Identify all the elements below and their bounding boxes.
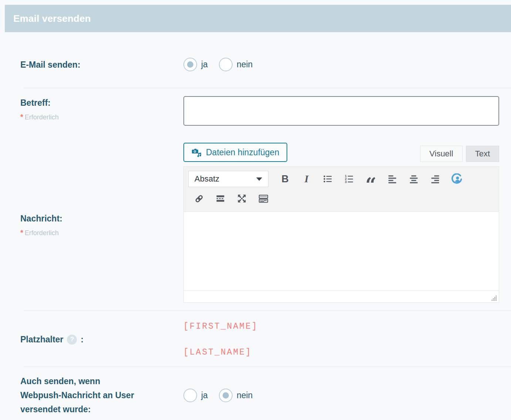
editor-content-area[interactable] <box>184 212 499 290</box>
nachricht-row: Nachricht: * Erforderlich <box>0 143 511 303</box>
align-center-button[interactable] <box>403 171 424 187</box>
webpush-row: Auch senden, wenn Webpush-Nachricht an U… <box>0 374 511 416</box>
editor-toolbar: Absatz B I <box>184 167 499 212</box>
numbered-list-button[interactable]: 1 2 3 <box>339 171 360 187</box>
add-media-label: Dateien hinzufügen <box>206 148 279 158</box>
required-text: Erforderlich <box>25 229 59 237</box>
editor-statusbar <box>184 290 499 302</box>
align-right-icon <box>430 174 440 184</box>
radio-circle-icon[interactable] <box>183 58 197 71</box>
format-select-value: Absatz <box>194 174 219 184</box>
blockquote-button[interactable]: “ <box>360 171 382 187</box>
required-asterisk-icon: * <box>20 113 23 121</box>
align-left-button[interactable] <box>382 171 403 187</box>
webpush-radio-nein[interactable]: nein <box>219 389 253 402</box>
fullscreen-icon <box>237 194 247 203</box>
bulleted-list-button[interactable] <box>317 171 339 187</box>
email-senden-radio-group: ja nein <box>183 58 499 71</box>
radio-circle-icon[interactable] <box>219 58 233 71</box>
bold-icon: B <box>281 173 289 185</box>
align-right-button[interactable] <box>424 171 446 187</box>
webpush-radio-group: ja nein <box>183 389 499 402</box>
keyboard-icon <box>258 194 268 204</box>
radio-label: nein <box>237 390 253 400</box>
help-icon[interactable]: ? <box>67 335 77 345</box>
read-more-icon <box>216 194 225 203</box>
member-button[interactable] <box>446 171 467 187</box>
chevron-down-icon <box>256 177 262 181</box>
radio-circle-icon[interactable] <box>219 389 233 402</box>
add-media-icon <box>192 148 202 158</box>
tab-text[interactable]: Text <box>466 146 499 162</box>
nachricht-label: Nachricht: <box>20 213 183 224</box>
betreff-input[interactable] <box>183 96 499 126</box>
betreff-row: Betreff: * Erforderlich <box>0 96 511 126</box>
radio-label: nein <box>237 60 253 70</box>
member-icon <box>451 173 462 184</box>
radio-dot-icon <box>187 61 193 68</box>
panel-header: Email versenden <box>5 5 511 32</box>
radio-dot-icon <box>223 392 229 399</box>
placeholder-first-name: [FIRST_NAME] <box>183 321 499 332</box>
radio-label: ja <box>201 60 208 70</box>
betreff-label: Betreff: <box>20 97 183 108</box>
section-divider <box>23 310 511 311</box>
betreff-required-note: * Erforderlich <box>20 113 183 121</box>
section-divider <box>23 88 511 88</box>
italic-icon: I <box>305 173 309 185</box>
webpush-label: Auch senden, wenn Webpush-Nachricht an U… <box>20 374 142 416</box>
insert-link-button[interactable] <box>188 190 210 207</box>
svg-text:3: 3 <box>345 180 347 184</box>
toolbar-row-2 <box>188 190 494 207</box>
editor-mode-tabs: Visuell Text <box>420 146 499 162</box>
link-icon <box>194 194 204 204</box>
rich-text-editor: Absatz B I <box>183 166 499 303</box>
resize-grip-icon[interactable] <box>491 295 497 301</box>
toolbar-row-1: Absatz B I <box>188 171 494 187</box>
italic-button[interactable]: I <box>296 171 317 187</box>
editor-media-row: Dateien hinzufügen Visuell Text <box>183 143 499 162</box>
email-senden-radio-ja[interactable]: ja <box>183 58 208 71</box>
align-left-icon <box>388 174 397 184</box>
tab-visuell[interactable]: Visuell <box>420 146 462 162</box>
paragraph-format-select[interactable]: Absatz <box>188 171 268 187</box>
fullscreen-button[interactable] <box>231 190 253 207</box>
panel-title: Email versenden <box>13 13 91 24</box>
read-more-button[interactable] <box>210 190 231 207</box>
platzhalter-label: Platzhalter <box>20 334 63 345</box>
email-versenden-panel: Email versenden E-Mail senden: ja nein B… <box>0 0 511 420</box>
platzhalter-row: Platzhalter ? : [FIRST_NAME] [LAST_NAME] <box>0 321 511 358</box>
bold-button[interactable]: B <box>274 171 296 187</box>
platzhalter-colon: : <box>81 334 84 345</box>
add-media-button[interactable]: Dateien hinzufügen <box>183 143 287 162</box>
numbered-list-icon: 1 2 3 <box>345 174 354 184</box>
nachricht-required-note: * Erforderlich <box>20 228 183 237</box>
required-asterisk-icon: * <box>20 228 23 237</box>
email-senden-label: E-Mail senden: <box>20 59 183 70</box>
section-divider <box>23 366 511 367</box>
required-text: Erforderlich <box>25 114 59 121</box>
bulleted-list-icon <box>323 174 333 184</box>
radio-circle-icon[interactable] <box>183 389 197 402</box>
align-center-icon <box>409 174 419 184</box>
email-senden-row: E-Mail senden: ja nein <box>0 58 511 71</box>
webpush-radio-ja[interactable]: ja <box>183 389 208 402</box>
keyboard-toggle-button[interactable] <box>253 190 274 207</box>
email-senden-radio-nein[interactable]: nein <box>219 58 253 71</box>
placeholder-last-name: [LAST_NAME] <box>183 347 499 358</box>
radio-label: ja <box>201 390 208 400</box>
